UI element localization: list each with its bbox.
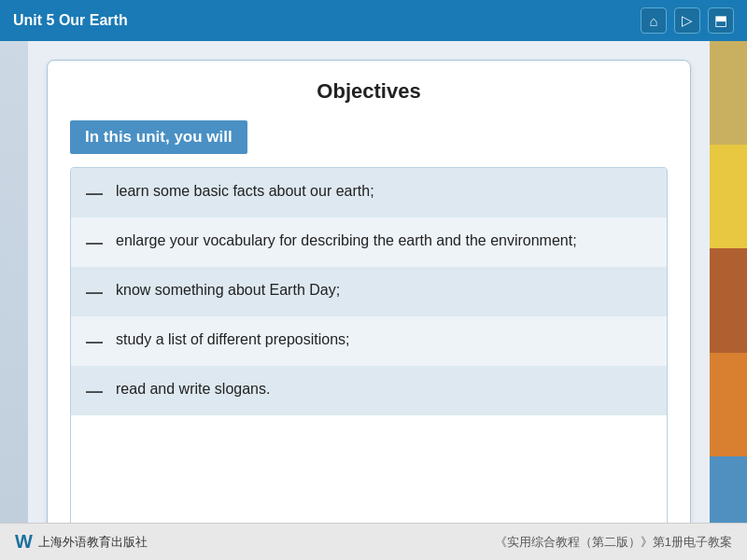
objective-text: study a list of different prepositions; xyxy=(116,329,350,350)
objective-text: enlarge your vocabulary for describing t… xyxy=(116,230,577,251)
objective-item: —know something about Earth Day; xyxy=(71,267,667,316)
right-decoration xyxy=(710,41,747,560)
publisher-icon: W xyxy=(15,531,33,553)
book-1 xyxy=(710,41,747,145)
book-3 xyxy=(710,248,747,352)
objective-dash: — xyxy=(86,329,103,354)
objective-item: —learn some basic facts about our earth; xyxy=(71,168,667,217)
publisher-logo: W 上海外语教育出版社 xyxy=(15,531,148,553)
objective-item: —study a list of different prepositions; xyxy=(71,316,667,366)
objective-text: know something about Earth Day; xyxy=(116,279,340,301)
objective-dash: — xyxy=(86,379,103,403)
left-decoration xyxy=(0,41,28,560)
header: Unit 5 Our Earth ⌂ ▷ ⬒ xyxy=(0,0,747,41)
objective-dash: — xyxy=(86,280,103,304)
main-area: Objectives In this unit, you will —learn… xyxy=(0,41,747,560)
home-icon[interactable]: ⌂ xyxy=(641,7,667,34)
header-title: Unit 5 Our Earth xyxy=(13,12,128,29)
share-icon[interactable]: ⬒ xyxy=(708,7,734,34)
objectives-card: Objectives In this unit, you will —learn… xyxy=(47,60,691,551)
book-2 xyxy=(710,145,747,248)
bottom-bar: W 上海外语教育出版社 《实用综合教程（第二版）》第1册电子教案 xyxy=(0,523,747,560)
publisher-name: 上海外语教育出版社 xyxy=(38,534,148,551)
objective-text: learn some basic facts about our earth; xyxy=(116,180,374,202)
objective-item: —read and write slogans. xyxy=(71,366,667,415)
objectives-list: —learn some basic facts about our earth;… xyxy=(70,167,668,531)
book-info: 《实用综合教程（第二版）》第1册电子教案 xyxy=(495,534,732,551)
objective-dash: — xyxy=(86,181,103,205)
content-area: Objectives In this unit, you will —learn… xyxy=(28,41,710,560)
header-icons: ⌂ ▷ ⬒ xyxy=(641,7,734,34)
unit-banner: In this unit, you will xyxy=(70,120,247,154)
forward-icon[interactable]: ▷ xyxy=(674,7,700,34)
objective-item: —enlarge your vocabulary for describing … xyxy=(71,217,667,267)
card-title: Objectives xyxy=(70,79,668,104)
book-4 xyxy=(710,353,747,456)
objective-text: read and write slogans. xyxy=(116,378,270,399)
objective-dash: — xyxy=(86,231,103,255)
